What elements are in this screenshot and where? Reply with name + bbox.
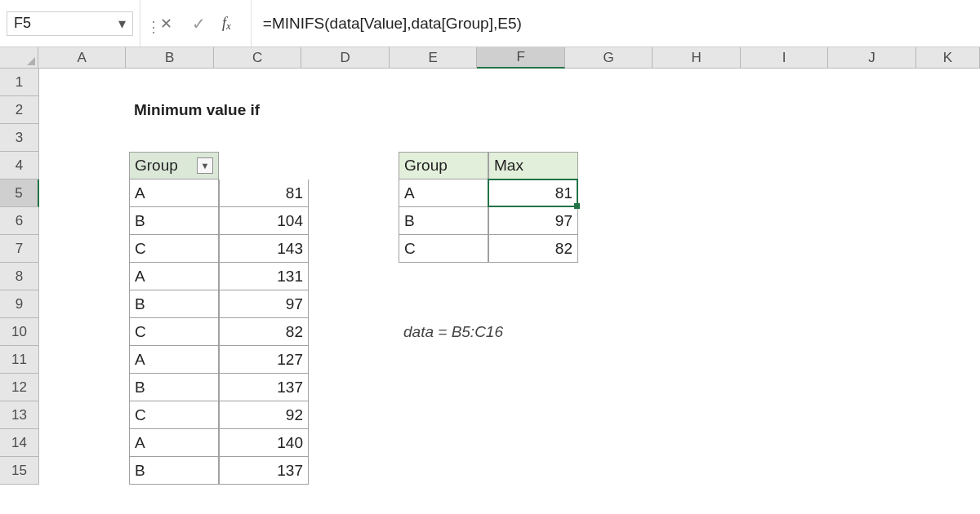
name-box-value: F5: [14, 15, 114, 32]
summary-cell-group[interactable]: B: [399, 207, 488, 235]
row-header[interactable]: 11: [0, 346, 39, 374]
row-header[interactable]: 9: [0, 290, 39, 318]
kebab-icon: ⋮: [146, 20, 161, 34]
row-header[interactable]: 10: [0, 318, 39, 346]
cell-grid[interactable]: Minimum value ifGroup▼Value▼A81B104C143A…: [39, 69, 129, 124]
close-icon: ✕: [160, 16, 172, 32]
column-header[interactable]: H: [653, 47, 740, 69]
row-header[interactable]: 14: [0, 429, 39, 457]
chevron-down-icon[interactable]: ▾: [118, 15, 126, 33]
data-cell-group[interactable]: A: [129, 346, 219, 374]
data-cell-value[interactable]: 140: [219, 429, 309, 457]
data-cell-value[interactable]: 97: [219, 290, 309, 318]
data-cell-group[interactable]: B: [129, 207, 219, 235]
summary-cell-group[interactable]: C: [399, 235, 488, 263]
row-header[interactable]: 8: [0, 263, 39, 290]
data-cell-group[interactable]: A: [129, 263, 219, 290]
row-header[interactable]: 1: [0, 69, 39, 96]
data-cell-group[interactable]: A: [129, 429, 219, 457]
data-cell-value[interactable]: 81: [219, 179, 309, 207]
data-cell-value[interactable]: 82: [219, 318, 309, 346]
filter-dropdown-icon[interactable]: ▼: [197, 157, 213, 174]
data-cell-value[interactable]: 104: [219, 207, 309, 235]
column-header[interactable]: B: [126, 47, 213, 69]
column-header[interactable]: J: [828, 47, 915, 69]
row-header[interactable]: 6: [0, 207, 39, 235]
row-header[interactable]: 15: [0, 457, 39, 485]
data-cell-group[interactable]: B: [129, 290, 219, 318]
data-cell-value[interactable]: 92: [219, 401, 309, 429]
data-cell-group[interactable]: C: [129, 318, 219, 346]
column-header[interactable]: G: [565, 47, 653, 69]
formula-input[interactable]: [261, 14, 970, 33]
select-all-corner[interactable]: [0, 47, 38, 69]
row-headers: 123456789101112131415: [0, 69, 39, 485]
row-header[interactable]: 4: [0, 152, 39, 179]
summary-cell-max[interactable]: 81: [488, 179, 578, 207]
summary-cell-max[interactable]: 97: [488, 207, 578, 235]
data-cell-group[interactable]: C: [129, 401, 219, 429]
column-header[interactable]: F: [477, 47, 564, 69]
table-header-label: Group: [135, 157, 178, 175]
row-header[interactable]: 5: [0, 179, 39, 207]
row-header[interactable]: 7: [0, 235, 39, 263]
row-header[interactable]: 12: [0, 374, 39, 401]
column-header[interactable]: E: [390, 47, 477, 69]
data-cell-group[interactable]: B: [129, 374, 219, 401]
range-note: data = B5:C16: [399, 318, 578, 346]
formula-bar: F5 ▾ ⋮ ✕ ✓ fx: [0, 0, 980, 47]
data-cell-value[interactable]: 137: [219, 374, 309, 401]
page-title: Minimum value if: [129, 96, 399, 124]
summary-cell-group[interactable]: A: [399, 179, 488, 207]
row-header[interactable]: 2: [0, 96, 39, 124]
data-cell-group[interactable]: A: [129, 179, 219, 207]
data-cell-value[interactable]: 131: [219, 263, 309, 290]
column-header[interactable]: D: [301, 47, 389, 69]
summary-header-max[interactable]: Max: [488, 152, 578, 179]
column-header[interactable]: C: [214, 47, 301, 69]
check-icon: ✓: [192, 15, 206, 33]
summary-cell-max[interactable]: 82: [488, 235, 578, 263]
column-header[interactable]: K: [916, 47, 980, 69]
table-header-group[interactable]: Group▼: [129, 152, 219, 179]
column-headers: ABCDEFGHIJK: [0, 47, 980, 69]
data-cell-value[interactable]: 137: [219, 457, 309, 485]
data-cell-group[interactable]: B: [129, 457, 219, 485]
column-header[interactable]: I: [741, 47, 828, 69]
data-cell-value[interactable]: 127: [219, 346, 309, 374]
worksheet[interactable]: ABCDEFGHIJK 123456789101112131415 Minimu…: [0, 47, 980, 514]
row-header[interactable]: 13: [0, 401, 39, 429]
data-cell-value[interactable]: 143: [219, 235, 309, 263]
summary-header-group[interactable]: Group: [399, 152, 488, 179]
insert-function-button[interactable]: fx: [222, 15, 239, 32]
column-header[interactable]: A: [38, 47, 126, 69]
data-cell-group[interactable]: C: [129, 235, 219, 263]
row-header[interactable]: 3: [0, 124, 39, 152]
name-box[interactable]: F5 ▾: [7, 11, 133, 36]
enter-button[interactable]: ✓: [189, 14, 207, 33]
